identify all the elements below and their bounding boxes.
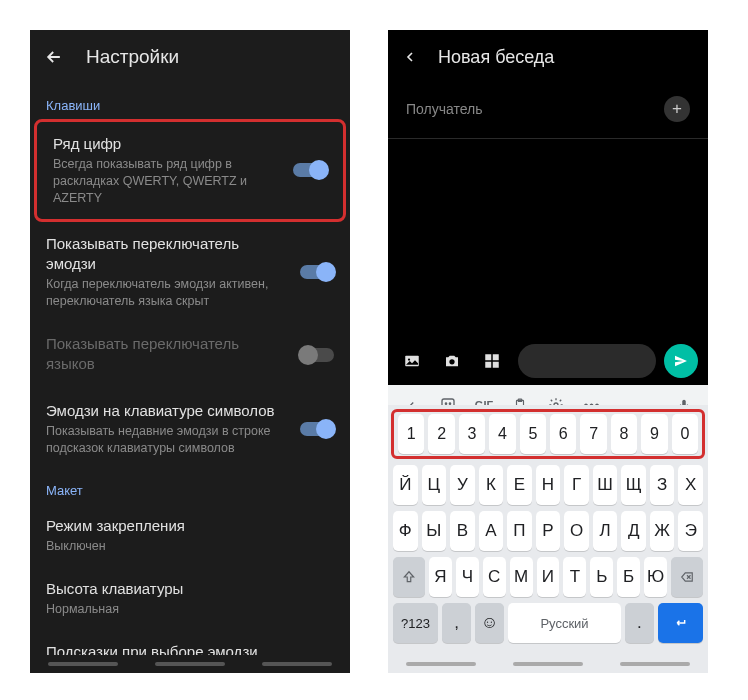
kb-row-2: ФЫВАПРОЛДЖЭ (391, 511, 705, 551)
key-8[interactable]: 8 (611, 414, 637, 454)
symbols-key[interactable]: ?123 (393, 603, 438, 643)
setting-lang-switch: Показывать переключатель языков (30, 322, 350, 389)
key-Ф[interactable]: Ф (393, 511, 418, 551)
section-layout: Макет (30, 469, 350, 504)
chat-header: Новая беседа (388, 30, 708, 84)
key-7[interactable]: 7 (580, 414, 606, 454)
key-В[interactable]: В (450, 511, 475, 551)
svg-point-2 (449, 359, 454, 364)
key-Р[interactable]: Р (536, 511, 561, 551)
key-Е[interactable]: Е (507, 465, 532, 505)
item-title: Показывать переключатель эмодзи (46, 234, 290, 275)
gallery-icon[interactable] (398, 347, 426, 375)
message-input[interactable] (518, 344, 656, 378)
key-Г[interactable]: Г (564, 465, 589, 505)
key-4[interactable]: 4 (489, 414, 515, 454)
setting-dock-mode[interactable]: Режим закрепления Выключен (30, 504, 350, 567)
toggle-on-icon[interactable] (300, 422, 334, 436)
key-Х[interactable]: Х (678, 465, 703, 505)
highlight-number-row: Ряд цифр Всегда показывать ряд цифр в ра… (34, 119, 346, 222)
recipient-row[interactable]: Получатель + (388, 84, 708, 139)
chat-title: Новая беседа (438, 47, 554, 68)
key-6[interactable]: 6 (550, 414, 576, 454)
section-keys: Клавиши (30, 84, 350, 119)
kb-row-1: ЙЦУКЕНГШЩЗХ (391, 465, 705, 505)
nav-recent[interactable] (262, 662, 332, 666)
svg-rect-5 (485, 362, 491, 368)
setting-kb-height[interactable]: Высота клавиатуры Нормальная (30, 567, 350, 630)
apps-icon[interactable] (478, 347, 506, 375)
kb-row-bottom: ?123 , ☺ Русский . (391, 603, 705, 643)
key-Л[interactable]: Л (593, 511, 618, 551)
camera-icon[interactable] (438, 347, 466, 375)
key-О[interactable]: О (564, 511, 589, 551)
key-Ы[interactable]: Ы (422, 511, 447, 551)
setting-emoji-symbols[interactable]: Эмодзи на клавиатуре символов Показывать… (30, 389, 350, 469)
key-И[interactable]: И (537, 557, 560, 597)
key-С[interactable]: С (483, 557, 506, 597)
key-Ц[interactable]: Ц (422, 465, 447, 505)
key-Ч[interactable]: Ч (456, 557, 479, 597)
item-sub: Показывать недавние эмодзи в строке подс… (46, 423, 290, 457)
key-Ш[interactable]: Ш (593, 465, 618, 505)
key-3[interactable]: 3 (459, 414, 485, 454)
space-key[interactable]: Русский (508, 603, 621, 643)
back-chevron-icon[interactable] (402, 49, 418, 65)
nav-back[interactable] (406, 662, 476, 666)
settings-header: Настройки (30, 30, 350, 84)
key-У[interactable]: У (450, 465, 475, 505)
key-А[interactable]: А (479, 511, 504, 551)
back-arrow-icon[interactable] (44, 47, 64, 67)
nav-back[interactable] (48, 662, 118, 666)
item-title: Показывать переключатель языков (46, 334, 290, 375)
enter-key[interactable] (658, 603, 703, 643)
key-Я[interactable]: Я (429, 557, 452, 597)
key-Й[interactable]: Й (393, 465, 418, 505)
key-З[interactable]: З (650, 465, 675, 505)
item-title: Ряд цифр (53, 134, 283, 154)
item-title: Высота клавиатуры (46, 579, 290, 599)
item-sub: Когда переключатель эмодзи активен, пере… (46, 276, 290, 310)
toggle-on-icon[interactable] (300, 265, 334, 279)
nav-bar (30, 655, 350, 673)
key-5[interactable]: 5 (520, 414, 546, 454)
key-1[interactable]: 1 (398, 414, 424, 454)
nav-home[interactable] (155, 662, 225, 666)
svg-rect-6 (493, 362, 499, 368)
add-recipient-button[interactable]: + (664, 96, 690, 122)
send-button[interactable] (664, 344, 698, 378)
recipient-label: Получатель (406, 101, 664, 117)
backspace-key[interactable] (671, 557, 703, 597)
key-2[interactable]: 2 (428, 414, 454, 454)
key-П[interactable]: П (507, 511, 532, 551)
settings-screen: Настройки Клавиши Ряд цифр Всегда показы… (30, 30, 350, 673)
key-Ж[interactable]: Ж (650, 511, 675, 551)
setting-number-row[interactable]: Ряд цифр Всегда показывать ряд цифр в ра… (37, 122, 343, 219)
item-title: Эмодзи на клавиатуре символов (46, 401, 290, 421)
key-Ь[interactable]: Ь (590, 557, 613, 597)
key-Щ[interactable]: Щ (621, 465, 646, 505)
nav-home[interactable] (513, 662, 583, 666)
emoji-key[interactable]: ☺ (475, 603, 504, 643)
key-Т[interactable]: Т (563, 557, 586, 597)
key-Э[interactable]: Э (678, 511, 703, 551)
kb-row-3: ЯЧСМИТЬБЮ (391, 557, 705, 597)
svg-rect-3 (485, 354, 491, 360)
toggle-on-icon[interactable] (293, 163, 327, 177)
svg-point-1 (408, 358, 410, 360)
comma-key[interactable]: , (442, 603, 471, 643)
key-Ю[interactable]: Ю (644, 557, 667, 597)
item-title: Режим закрепления (46, 516, 290, 536)
key-Н[interactable]: Н (536, 465, 561, 505)
key-0[interactable]: 0 (672, 414, 698, 454)
period-key[interactable]: . (625, 603, 654, 643)
key-Д[interactable]: Д (621, 511, 646, 551)
highlight-number-keys: 1234567890 (391, 409, 705, 459)
nav-recent[interactable] (620, 662, 690, 666)
shift-key[interactable] (393, 557, 425, 597)
setting-emoji-switch[interactable]: Показывать переключатель эмодзи Когда пе… (30, 222, 350, 322)
key-Б[interactable]: Б (617, 557, 640, 597)
key-9[interactable]: 9 (641, 414, 667, 454)
key-К[interactable]: К (479, 465, 504, 505)
key-М[interactable]: М (510, 557, 533, 597)
